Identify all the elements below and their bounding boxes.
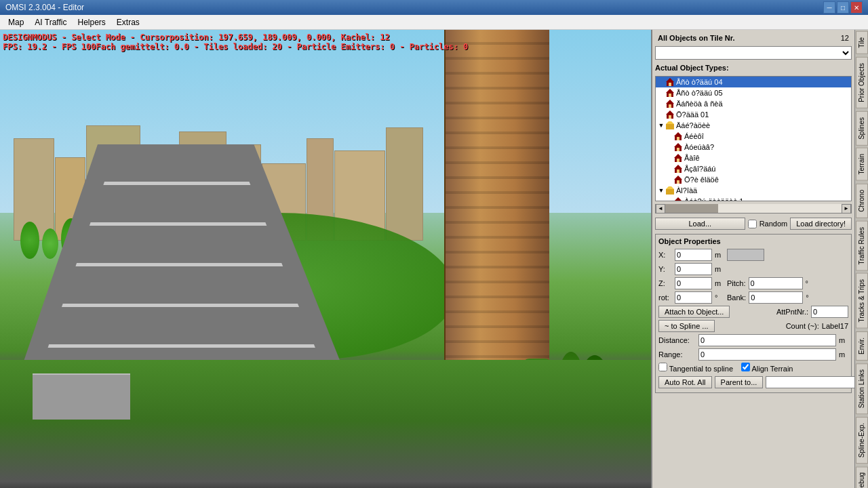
svg-rect-29 bbox=[666, 189, 674, 195]
rot-unit: ° bbox=[715, 293, 724, 302]
tree-item[interactable]: ▼Àl?îàä bbox=[656, 185, 851, 196]
range-input[interactable] bbox=[698, 348, 836, 361]
tree-item[interactable]: Åñò ò?ääú 04 bbox=[656, 77, 851, 87]
spline-row: ~ to Spline ... Count (~): Label17 bbox=[658, 320, 848, 332]
x-unit: m bbox=[715, 251, 724, 259]
filter-dropdown-row bbox=[655, 46, 852, 60]
tree-item[interactable]: Àóà?ú-öàèäöèè 1 bbox=[656, 196, 851, 201]
vtab-splines[interactable]: Splines bbox=[856, 111, 868, 146]
tile-number: 12 bbox=[841, 34, 849, 42]
house-icon bbox=[673, 142, 683, 152]
parent-to-button[interactable]: Parent to... bbox=[715, 376, 764, 388]
svg-rect-28 bbox=[677, 180, 679, 184]
svg-marker-27 bbox=[674, 176, 682, 180]
minimize-button[interactable]: ─ bbox=[823, 1, 835, 14]
tree-item[interactable]: Åçâî?äáú bbox=[656, 163, 851, 174]
tangential-checkbox[interactable] bbox=[658, 363, 667, 371]
align-terrain-checkbox[interactable] bbox=[741, 363, 750, 371]
vtab-envir[interactable]: Envir. bbox=[856, 331, 868, 361]
main-area: DESIGNMODUS - Select Mode - Cursorpositi… bbox=[0, 30, 868, 488]
vtab-terrain[interactable]: Terrain bbox=[856, 148, 868, 181]
bank-input[interactable] bbox=[749, 291, 803, 304]
house-icon bbox=[673, 153, 683, 163]
tree-item[interactable]: ▼Äáé?àöèè bbox=[656, 120, 851, 131]
att-pnt-input[interactable] bbox=[811, 306, 848, 318]
y-row: Y: m bbox=[658, 263, 848, 275]
range-label: Range: bbox=[658, 350, 696, 359]
tree-item-label: Àóà?ú-öàèäöèè 1 bbox=[684, 197, 743, 201]
tree-item-label: Áéèôî bbox=[684, 132, 704, 140]
svg-marker-13 bbox=[666, 121, 674, 124]
parent-input[interactable] bbox=[766, 376, 863, 388]
bottom-buttons-row: Auto Rot. All Parent to... bbox=[658, 375, 848, 390]
actual-object-types-label: Actual Object Types: bbox=[655, 62, 852, 73]
svg-rect-16 bbox=[677, 137, 679, 140]
x-input[interactable] bbox=[675, 249, 712, 261]
svg-marker-7 bbox=[666, 100, 674, 104]
tree-item-label: Äáñèöà â ñèä bbox=[676, 100, 723, 108]
distance-label: Distance: bbox=[658, 336, 696, 344]
vtab-spline-exp[interactable]: Spline-Exp. bbox=[856, 417, 868, 464]
house-icon bbox=[665, 110, 675, 119]
tree-item[interactable]: Äáñèöà â ñèä bbox=[656, 98, 851, 109]
menu-map[interactable]: Map bbox=[3, 16, 29, 28]
right-panel: All Objects on Tile Nr. 12 Actual Object… bbox=[651, 30, 868, 488]
svg-rect-12 bbox=[666, 124, 674, 129]
tree-item-label: Àl?îàä bbox=[676, 186, 697, 195]
y-input[interactable] bbox=[675, 263, 712, 275]
vtab-station-links[interactable]: Station Links bbox=[856, 363, 868, 414]
svg-rect-5 bbox=[669, 94, 671, 97]
spline-button[interactable]: ~ to Spline ... bbox=[658, 320, 715, 332]
svg-marker-30 bbox=[666, 186, 674, 189]
scroll-right[interactable]: ► bbox=[842, 204, 851, 214]
svg-marker-15 bbox=[674, 132, 682, 136]
svg-marker-1 bbox=[666, 78, 674, 82]
scroll-track bbox=[665, 204, 842, 213]
vtab-tile[interactable]: Tile bbox=[856, 31, 868, 54]
random-checkbox[interactable] bbox=[748, 220, 757, 228]
viewport[interactable]: DESIGNMODUS - Select Mode - Cursorpositi… bbox=[0, 30, 651, 488]
vertical-tabs: TilePrior ObjectsSplinesTerrainChronoTra… bbox=[854, 30, 868, 488]
pitch-unit: ° bbox=[806, 279, 815, 287]
tree-item[interactable]: Åñò ò?ääú 05 bbox=[656, 87, 851, 98]
object-tree[interactable]: Åñò ò?ääú 04Åñò ò?ääú 05Äáñèöà â ñèäÖ?ää… bbox=[655, 76, 852, 201]
tree-item[interactable]: Åàîê bbox=[656, 152, 851, 163]
house-icon bbox=[673, 164, 683, 174]
pitch-input[interactable] bbox=[749, 277, 803, 289]
filter-dropdown[interactable] bbox=[655, 46, 852, 60]
vtab-tracks--trips[interactable]: Tracks & Trips bbox=[856, 273, 868, 329]
tree-item-label: Àóeúàâ? bbox=[684, 143, 714, 151]
att-pnt-label: AttPntNr.: bbox=[776, 308, 808, 316]
svg-rect-11 bbox=[669, 115, 671, 119]
menu-extras[interactable]: Extras bbox=[111, 16, 145, 28]
object-properties-section: Object Properties X: m Y: m Z: bbox=[655, 234, 852, 393]
load-directory-button[interactable]: Load directory! bbox=[790, 218, 852, 230]
tree-item-label: Åñò ò?ääú 05 bbox=[676, 89, 723, 97]
vtab-chrono[interactable]: Chrono bbox=[856, 184, 868, 218]
tree-item[interactable]: Àóeúàâ? bbox=[656, 142, 851, 152]
color-picker[interactable] bbox=[727, 249, 764, 261]
tree-item[interactable]: Ö?äää 01 bbox=[656, 109, 851, 120]
tree-item[interactable]: Ö?è êläöê bbox=[656, 174, 851, 185]
svg-rect-2 bbox=[669, 83, 671, 86]
rot-input[interactable] bbox=[675, 291, 712, 304]
folder-icon bbox=[665, 121, 675, 130]
z-unit: m bbox=[715, 279, 724, 287]
vtab-debug[interactable]: Debug bbox=[856, 466, 868, 488]
close-button[interactable]: ✕ bbox=[850, 1, 863, 14]
menu-ai-traffic[interactable]: AI Traffic bbox=[29, 16, 72, 28]
load-button[interactable]: Load... bbox=[655, 218, 745, 230]
distance-input[interactable] bbox=[698, 334, 836, 346]
attach-button[interactable]: Attach to Object... bbox=[658, 306, 730, 318]
z-input[interactable] bbox=[675, 277, 712, 289]
menu-helpers[interactable]: Helpers bbox=[72, 16, 111, 28]
tree-item[interactable]: Áéèôî bbox=[656, 131, 851, 142]
maximize-button[interactable]: □ bbox=[837, 1, 849, 14]
tree-scrollbar[interactable]: ◄ ► bbox=[655, 204, 852, 214]
auto-rot-all-button[interactable]: Auto Rot. All bbox=[658, 376, 712, 388]
vtab-traffic-rules[interactable]: Traffic Rules bbox=[856, 221, 868, 271]
scroll-left[interactable]: ◄ bbox=[656, 204, 665, 214]
vtab-prior-objects[interactable]: Prior Objects bbox=[856, 57, 868, 108]
z-row: Z: m Pitch: ° bbox=[658, 277, 848, 289]
svg-marker-18 bbox=[674, 143, 682, 147]
